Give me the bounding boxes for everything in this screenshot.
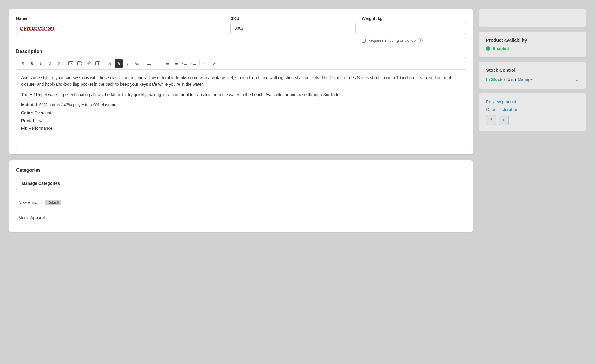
sku-label: SKU [230,16,355,21]
toolbar-ordered-list[interactable]: 1.2.3. [171,59,180,68]
svg-text:3.: 3. [174,64,174,65]
default-badge: Default [45,200,61,205]
sku-group: SKU [230,16,355,43]
facebook-icon[interactable]: f [486,115,496,125]
svg-point-11 [165,62,165,63]
links-card: Preview product Open in storefront f t [479,93,586,131]
weight-label: Weight, kg [362,16,466,21]
category-name-mens-apparel: Men's Apparel [18,215,45,220]
svg-rect-10 [147,64,151,65]
toolbar-font-size[interactable]: Aa [132,59,141,68]
preview-product-link[interactable]: Preview product [486,99,579,104]
svg-rect-28 [193,63,196,63]
name-sku-weight-row: Name SKU Weight, kg Requires shipping or… [16,16,466,43]
toolbar-indent[interactable] [180,59,189,68]
toolbar-italic[interactable]: I [37,59,45,68]
toolbar-link[interactable]: 🔗 [85,59,93,68]
category-row-mens-apparel: Men's Apparel [16,210,466,225]
svg-rect-12 [166,62,169,62]
toolbar-hr[interactable]: — [154,59,162,68]
toolbar-align-left[interactable] [145,59,153,68]
enabled-label: Enabled [493,46,509,51]
toolbar-sep-4 [199,60,200,66]
categories-title: Categories [16,168,466,173]
category-divider-bottom [16,225,466,225]
help-icon[interactable]: ? [418,38,423,43]
editor-toolbar: ¶ B I U S 🔗 [16,57,466,70]
toolbar-bold[interactable]: B [28,59,36,68]
svg-rect-8 [147,62,151,62]
stock-row: In Stock (35 it.) Manage ⌄ [486,76,579,83]
stock-control-card: Stock Control In Stock (35 it.) Manage ⌄ [479,62,586,89]
enabled-dot [486,46,490,51]
name-label: Name [16,16,224,21]
name-input[interactable] [16,23,224,34]
availability-title: Product availability [486,38,579,43]
toolbar-paragraph[interactable]: ¶ [19,59,27,68]
editor-content[interactable]: Add some style to your surf sessions wit… [16,70,466,147]
svg-rect-25 [184,64,187,65]
svg-point-13 [165,63,165,64]
category-name-new-arrivals: New Arrivals [18,200,42,205]
toolbar-line-height[interactable]: ↕ [124,59,132,68]
svg-rect-3 [96,62,100,65]
name-group: Name [16,16,224,43]
manage-categories-button[interactable]: Manage Categories [16,178,65,189]
open-storefront-link[interactable]: Open in storefront [486,107,579,112]
toolbar-bullet-list[interactable] [163,59,171,68]
toolbar-strikethrough[interactable]: S [54,59,63,68]
svg-rect-2 [78,62,81,65]
toolbar-highlight[interactable]: A [115,59,123,68]
svg-rect-23 [182,62,187,62]
attr-material: Material: 51% cotton / 43% polyester / 6… [21,101,461,108]
svg-rect-29 [193,64,196,65]
svg-rect-14 [166,63,169,64]
manage-stock-link[interactable]: Manage [518,77,533,82]
attr-print: Print: Floral [21,117,461,124]
toolbar-underline[interactable]: U [46,59,54,68]
toolbar-video[interactable] [76,59,84,68]
description-para-1: Add some style to your surf sessions wit… [21,74,461,88]
social-icons-row: f t [486,115,579,125]
requires-shipping-checkbox[interactable] [362,39,366,43]
toolbar-fullscreen[interactable]: ⤢ [210,59,219,68]
svg-point-1 [70,62,71,63]
editor-container: ¶ B I U S 🔗 [16,57,466,147]
product-info-card: Name SKU Weight, kg Requires shipping or… [9,9,473,154]
sku-input[interactable] [230,23,355,34]
toolbar-table[interactable] [93,59,102,68]
stock-quantity: (35 it.) [504,77,516,82]
toolbar-sep-1 [65,60,65,66]
weight-input[interactable] [362,23,466,34]
toolbar-source[interactable]: <> [202,59,210,68]
svg-rect-22 [175,65,178,65]
svg-point-15 [165,64,165,65]
twitter-label: t [503,118,504,122]
chevron-down-icon[interactable]: ⌄ [574,76,579,83]
description-section: Description ¶ B I U S [16,49,466,147]
svg-rect-20 [175,63,178,64]
attr-color: Color: Overcast [21,110,461,116]
requires-shipping-row: Requires shipping or pickup ? [362,38,466,43]
toolbar-outdent[interactable] [189,59,198,68]
description-label: Description [16,49,466,54]
toolbar-sep-2 [104,60,104,66]
description-para-2: The H2 Repel water repellent coating all… [21,91,461,98]
svg-rect-18 [175,62,178,62]
availability-status: Enabled [486,46,579,51]
stock-title: Stock Control [486,68,579,73]
facebook-label: f [491,118,492,123]
sidebar-top-card [479,9,586,27]
weight-group: Weight, kg Requires shipping or pickup ? [362,16,466,43]
toolbar-image[interactable] [67,59,75,68]
svg-marker-30 [191,63,192,64]
stock-status: In Stock (35 it.) Manage [486,77,533,82]
toolbar-font-color[interactable]: A [106,59,114,68]
svg-marker-26 [182,63,183,64]
twitter-icon[interactable]: t [499,115,509,125]
sidebar: Product availability Enabled Stock Contr… [479,9,586,232]
requires-shipping-label: Requires shipping or pickup [368,38,416,43]
product-availability-card: Product availability Enabled [479,32,586,57]
attr-fit: Fit: Performance [21,125,461,132]
in-stock-text: In Stock [486,77,502,82]
